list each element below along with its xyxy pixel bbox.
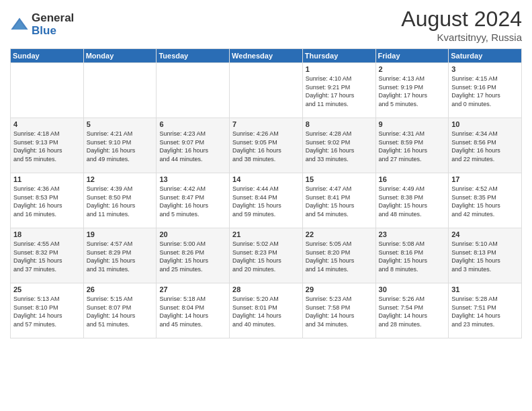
col-tuesday: Tuesday — [157, 49, 230, 63]
cell-content: Sunrise: 5:13 AM Sunset: 8:10 PM Dayligh… — [13, 295, 81, 328]
day-number: 11 — [13, 175, 81, 183]
table-row: 14Sunrise: 4:44 AM Sunset: 8:44 PM Dayli… — [230, 173, 303, 228]
table-row: 5Sunrise: 4:21 AM Sunset: 9:10 PM Daylig… — [83, 118, 157, 173]
cell-content: Sunrise: 4:47 AM Sunset: 8:41 PM Dayligh… — [306, 185, 373, 218]
day-number: 29 — [306, 285, 373, 293]
cell-content: Sunrise: 4:52 AM Sunset: 8:35 PM Dayligh… — [451, 185, 519, 218]
table-row: 31Sunrise: 5:28 AM Sunset: 7:51 PM Dayli… — [449, 283, 522, 338]
table-row: 26Sunrise: 5:15 AM Sunset: 8:07 PM Dayli… — [83, 283, 157, 338]
calendar-week-5: 25Sunrise: 5:13 AM Sunset: 8:10 PM Dayli… — [11, 283, 522, 338]
day-number: 8 — [306, 120, 373, 128]
day-number: 23 — [379, 230, 446, 238]
day-number: 10 — [451, 120, 519, 128]
col-friday: Friday — [375, 49, 449, 63]
table-row — [83, 63, 157, 118]
day-number: 22 — [306, 230, 373, 238]
table-row: 30Sunrise: 5:26 AM Sunset: 7:54 PM Dayli… — [375, 283, 449, 338]
table-row: 11Sunrise: 4:36 AM Sunset: 8:53 PM Dayli… — [11, 173, 84, 228]
day-number: 15 — [306, 175, 373, 183]
table-row: 18Sunrise: 4:55 AM Sunset: 8:32 PM Dayli… — [11, 228, 84, 283]
table-row — [230, 63, 303, 118]
cell-content: Sunrise: 4:28 AM Sunset: 9:02 PM Dayligh… — [306, 130, 373, 163]
day-number: 6 — [159, 120, 226, 128]
cell-content: Sunrise: 5:05 AM Sunset: 8:20 PM Dayligh… — [306, 240, 373, 273]
col-sunday: Sunday — [11, 49, 84, 63]
table-row: 4Sunrise: 4:18 AM Sunset: 9:13 PM Daylig… — [11, 118, 84, 173]
day-number: 17 — [451, 175, 519, 183]
cell-content: Sunrise: 4:36 AM Sunset: 8:53 PM Dayligh… — [13, 185, 81, 218]
cell-content: Sunrise: 5:18 AM Sunset: 8:04 PM Dayligh… — [159, 295, 226, 328]
cell-content: Sunrise: 4:10 AM Sunset: 9:21 PM Dayligh… — [306, 75, 373, 108]
cell-content: Sunrise: 5:10 AM Sunset: 8:13 PM Dayligh… — [451, 240, 519, 273]
table-row: 28Sunrise: 5:20 AM Sunset: 8:01 PM Dayli… — [230, 283, 303, 338]
table-row: 10Sunrise: 4:34 AM Sunset: 8:56 PM Dayli… — [449, 118, 522, 173]
cell-content: Sunrise: 4:49 AM Sunset: 8:38 PM Dayligh… — [379, 185, 446, 218]
cell-content: Sunrise: 4:55 AM Sunset: 8:32 PM Dayligh… — [13, 240, 81, 273]
logo: General Blue — [10, 12, 74, 37]
cell-content: Sunrise: 4:23 AM Sunset: 9:07 PM Dayligh… — [159, 130, 226, 163]
table-row: 21Sunrise: 5:02 AM Sunset: 8:23 PM Dayli… — [230, 228, 303, 283]
cell-content: Sunrise: 5:28 AM Sunset: 7:51 PM Dayligh… — [451, 295, 519, 328]
day-number: 18 — [13, 230, 81, 238]
cell-content: Sunrise: 5:00 AM Sunset: 8:26 PM Dayligh… — [159, 240, 226, 273]
cell-content: Sunrise: 5:15 AM Sunset: 8:07 PM Dayligh… — [87, 295, 154, 328]
table-row — [157, 63, 230, 118]
logo-general-text: General — [32, 12, 74, 25]
day-number: 27 — [159, 285, 226, 293]
table-row — [11, 63, 84, 118]
table-row: 25Sunrise: 5:13 AM Sunset: 8:10 PM Dayli… — [11, 283, 84, 338]
month-year-title: August 2024 — [401, 7, 522, 32]
table-row: 23Sunrise: 5:08 AM Sunset: 8:16 PM Dayli… — [375, 228, 449, 283]
logo-blue-text: Blue — [32, 25, 74, 38]
cell-content: Sunrise: 4:21 AM Sunset: 9:10 PM Dayligh… — [87, 130, 154, 163]
cell-content: Sunrise: 4:42 AM Sunset: 8:47 PM Dayligh… — [159, 185, 226, 218]
cell-content: Sunrise: 4:13 AM Sunset: 9:19 PM Dayligh… — [379, 75, 446, 108]
col-thursday: Thursday — [302, 49, 375, 63]
day-number: 20 — [159, 230, 226, 238]
calendar-week-4: 18Sunrise: 4:55 AM Sunset: 8:32 PM Dayli… — [11, 228, 522, 283]
cell-content: Sunrise: 5:20 AM Sunset: 8:01 PM Dayligh… — [232, 295, 300, 328]
table-row: 6Sunrise: 4:23 AM Sunset: 9:07 PM Daylig… — [157, 118, 230, 173]
table-row: 8Sunrise: 4:28 AM Sunset: 9:02 PM Daylig… — [302, 118, 375, 173]
day-number: 24 — [451, 230, 519, 238]
location-subtitle: Kvartsitnyy, Russia — [401, 32, 522, 43]
day-number: 7 — [232, 120, 300, 128]
day-number: 4 — [13, 120, 81, 128]
day-number: 30 — [379, 285, 446, 293]
col-saturday: Saturday — [449, 49, 522, 63]
cell-content: Sunrise: 4:34 AM Sunset: 8:56 PM Dayligh… — [451, 130, 519, 163]
page-header: General Blue August 2024 Kvartsitnyy, Ru… — [10, 7, 522, 43]
cell-content: Sunrise: 5:23 AM Sunset: 7:58 PM Dayligh… — [306, 295, 373, 328]
cell-content: Sunrise: 4:31 AM Sunset: 8:59 PM Dayligh… — [379, 130, 446, 163]
table-row: 1Sunrise: 4:10 AM Sunset: 9:21 PM Daylig… — [302, 63, 375, 118]
day-number: 31 — [451, 285, 519, 293]
table-row: 12Sunrise: 4:39 AM Sunset: 8:50 PM Dayli… — [83, 173, 157, 228]
cell-content: Sunrise: 5:08 AM Sunset: 8:16 PM Dayligh… — [379, 240, 446, 273]
table-row: 13Sunrise: 4:42 AM Sunset: 8:47 PM Dayli… — [157, 173, 230, 228]
day-number: 1 — [306, 65, 373, 73]
table-row: 3Sunrise: 4:15 AM Sunset: 9:16 PM Daylig… — [449, 63, 522, 118]
table-row: 19Sunrise: 4:57 AM Sunset: 8:29 PM Dayli… — [83, 228, 157, 283]
day-number: 28 — [232, 285, 300, 293]
logo-icon — [10, 15, 29, 34]
calendar-table: Sunday Monday Tuesday Wednesday Thursday… — [10, 48, 522, 338]
day-number: 3 — [451, 65, 519, 73]
table-row: 2Sunrise: 4:13 AM Sunset: 9:19 PM Daylig… — [375, 63, 449, 118]
day-number: 21 — [232, 230, 300, 238]
day-number: 2 — [379, 65, 446, 73]
day-number: 25 — [13, 285, 81, 293]
table-row: 22Sunrise: 5:05 AM Sunset: 8:20 PM Dayli… — [302, 228, 375, 283]
day-number: 12 — [87, 175, 154, 183]
col-monday: Monday — [83, 49, 157, 63]
day-number: 19 — [87, 230, 154, 238]
day-number: 26 — [87, 285, 154, 293]
cell-content: Sunrise: 4:18 AM Sunset: 9:13 PM Dayligh… — [13, 130, 81, 163]
table-row: 20Sunrise: 5:00 AM Sunset: 8:26 PM Dayli… — [157, 228, 230, 283]
table-row: 27Sunrise: 5:18 AM Sunset: 8:04 PM Dayli… — [157, 283, 230, 338]
cell-content: Sunrise: 4:44 AM Sunset: 8:44 PM Dayligh… — [232, 185, 300, 218]
day-number: 16 — [379, 175, 446, 183]
calendar-header-row: Sunday Monday Tuesday Wednesday Thursday… — [11, 49, 522, 63]
cell-content: Sunrise: 5:26 AM Sunset: 7:54 PM Dayligh… — [379, 295, 446, 328]
table-row: 17Sunrise: 4:52 AM Sunset: 8:35 PM Dayli… — [449, 173, 522, 228]
day-number: 5 — [87, 120, 154, 128]
